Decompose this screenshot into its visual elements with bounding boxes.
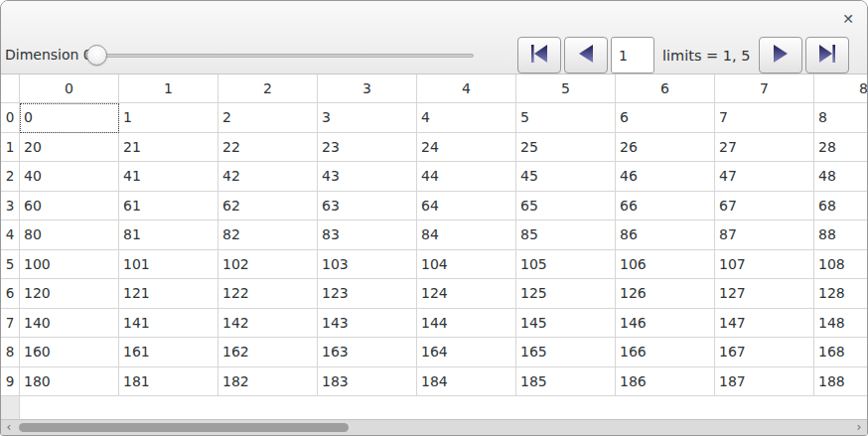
table-cell[interactable]: 122 bbox=[218, 279, 318, 309]
row-header[interactable]: 9 bbox=[1, 367, 20, 397]
table-cell[interactable]: 2 bbox=[218, 103, 318, 133]
previous-page-button[interactable] bbox=[564, 37, 608, 73]
table-cell[interactable]: 23 bbox=[318, 133, 417, 163]
column-header[interactable]: 1 bbox=[119, 74, 218, 103]
table-cell[interactable]: 168 bbox=[814, 338, 867, 367]
table-cell[interactable]: 185 bbox=[516, 367, 616, 397]
table-cell[interactable]: 61 bbox=[119, 192, 218, 221]
table-cell[interactable]: 41 bbox=[119, 162, 218, 192]
column-header[interactable]: 6 bbox=[616, 74, 715, 103]
table-cell[interactable]: 81 bbox=[119, 220, 218, 250]
table-cell[interactable]: 5 bbox=[516, 103, 616, 133]
table-cell[interactable]: 102 bbox=[218, 250, 318, 280]
table-cell[interactable]: 123 bbox=[318, 279, 417, 309]
table-cell[interactable]: 26 bbox=[616, 133, 715, 163]
table-cell[interactable]: 165 bbox=[516, 338, 616, 367]
horizontal-scrollbar-thumb[interactable] bbox=[19, 423, 349, 432]
table-cell[interactable]: 62 bbox=[218, 192, 318, 221]
dimension-slider-track[interactable] bbox=[96, 54, 474, 58]
table-cell[interactable]: 121 bbox=[119, 279, 218, 309]
scroll-right-icon[interactable]: › bbox=[853, 420, 865, 435]
table-cell[interactable]: 87 bbox=[715, 220, 814, 250]
table-cell[interactable]: 1 bbox=[119, 103, 218, 133]
table-cell[interactable]: 28 bbox=[814, 133, 867, 163]
table-cell[interactable]: 141 bbox=[119, 309, 218, 339]
table-cell[interactable]: 88 bbox=[814, 220, 867, 250]
table-cell[interactable]: 187 bbox=[715, 367, 814, 397]
next-page-button[interactable] bbox=[759, 37, 802, 73]
table-cell[interactable]: 20 bbox=[20, 133, 119, 163]
column-header[interactable]: 5 bbox=[516, 74, 616, 103]
row-header[interactable]: 4 bbox=[1, 220, 20, 250]
table-cell[interactable]: 68 bbox=[814, 192, 867, 221]
table-cell[interactable]: 181 bbox=[119, 367, 218, 397]
table-cell[interactable]: 148 bbox=[814, 309, 867, 339]
table-cell[interactable]: 106 bbox=[616, 250, 715, 280]
table-cell[interactable]: 108 bbox=[814, 250, 867, 280]
table-cell[interactable]: 186 bbox=[616, 367, 715, 397]
table-cell[interactable]: 44 bbox=[417, 162, 516, 192]
table-cell[interactable]: 3 bbox=[318, 103, 417, 133]
table-cell[interactable]: 163 bbox=[318, 338, 417, 367]
table-cell[interactable]: 6 bbox=[616, 103, 715, 133]
row-header[interactable]: 0 bbox=[1, 103, 20, 133]
table-cell[interactable]: 184 bbox=[417, 367, 516, 397]
table-cell[interactable]: 100 bbox=[20, 250, 119, 280]
table-cell[interactable]: 22 bbox=[218, 133, 318, 163]
table-cell[interactable]: 8 bbox=[814, 103, 867, 133]
table-cell[interactable]: 161 bbox=[119, 338, 218, 367]
row-header[interactable]: 6 bbox=[1, 279, 20, 309]
table-cell[interactable]: 83 bbox=[318, 220, 417, 250]
table-cell[interactable]: 47 bbox=[715, 162, 814, 192]
table-cell[interactable]: 182 bbox=[218, 367, 318, 397]
dimension-slider-handle[interactable] bbox=[86, 45, 107, 66]
table-cell[interactable]: 126 bbox=[616, 279, 715, 309]
scroll-left-icon[interactable]: ‹ bbox=[3, 420, 15, 435]
close-button[interactable]: ✕ bbox=[837, 8, 859, 30]
table-cell[interactable]: 63 bbox=[318, 192, 417, 221]
table-cell[interactable]: 65 bbox=[516, 192, 616, 221]
column-header[interactable]: 0 bbox=[20, 74, 119, 103]
table-cell[interactable]: 45 bbox=[516, 162, 616, 192]
last-page-button[interactable] bbox=[805, 37, 849, 73]
table-cell[interactable]: 164 bbox=[417, 338, 516, 367]
row-header[interactable]: 5 bbox=[1, 250, 20, 280]
table-cell[interactable]: 84 bbox=[417, 220, 516, 250]
table-cell[interactable]: 82 bbox=[218, 220, 318, 250]
column-header[interactable]: 8 bbox=[814, 74, 867, 103]
table-cell[interactable]: 104 bbox=[417, 250, 516, 280]
table-cell[interactable]: 140 bbox=[20, 309, 119, 339]
table-cell[interactable]: 42 bbox=[218, 162, 318, 192]
table-cell[interactable]: 43 bbox=[318, 162, 417, 192]
table-cell[interactable]: 147 bbox=[715, 309, 814, 339]
column-header[interactable]: 4 bbox=[417, 74, 516, 103]
table-cell[interactable]: 80 bbox=[20, 220, 119, 250]
table-cell[interactable]: 4 bbox=[417, 103, 516, 133]
table-cell[interactable]: 145 bbox=[516, 309, 616, 339]
corner-cell[interactable] bbox=[1, 74, 20, 103]
table-cell[interactable]: 66 bbox=[616, 192, 715, 221]
horizontal-scrollbar[interactable]: ‹ › bbox=[1, 419, 867, 435]
table-cell[interactable]: 188 bbox=[814, 367, 867, 397]
table-cell[interactable]: 160 bbox=[20, 338, 119, 367]
row-header[interactable]: 1 bbox=[1, 133, 20, 163]
table-cell[interactable]: 27 bbox=[715, 133, 814, 163]
column-header[interactable]: 3 bbox=[318, 74, 417, 103]
table-cell[interactable]: 144 bbox=[417, 309, 516, 339]
table-cell[interactable]: 120 bbox=[20, 279, 119, 309]
row-header[interactable]: 3 bbox=[1, 192, 20, 221]
table-cell[interactable]: 167 bbox=[715, 338, 814, 367]
table-cell[interactable]: 142 bbox=[218, 309, 318, 339]
table-cell[interactable]: 0 bbox=[20, 103, 119, 133]
table-cell[interactable]: 105 bbox=[516, 250, 616, 280]
table-cell[interactable]: 25 bbox=[516, 133, 616, 163]
table-cell[interactable]: 143 bbox=[318, 309, 417, 339]
table-cell[interactable]: 21 bbox=[119, 133, 218, 163]
table-cell[interactable]: 124 bbox=[417, 279, 516, 309]
table-cell[interactable]: 128 bbox=[814, 279, 867, 309]
row-header[interactable]: 8 bbox=[1, 338, 20, 367]
table-cell[interactable]: 183 bbox=[318, 367, 417, 397]
page-number-input[interactable] bbox=[611, 37, 654, 73]
table-cell[interactable]: 85 bbox=[516, 220, 616, 250]
table-cell[interactable]: 64 bbox=[417, 192, 516, 221]
